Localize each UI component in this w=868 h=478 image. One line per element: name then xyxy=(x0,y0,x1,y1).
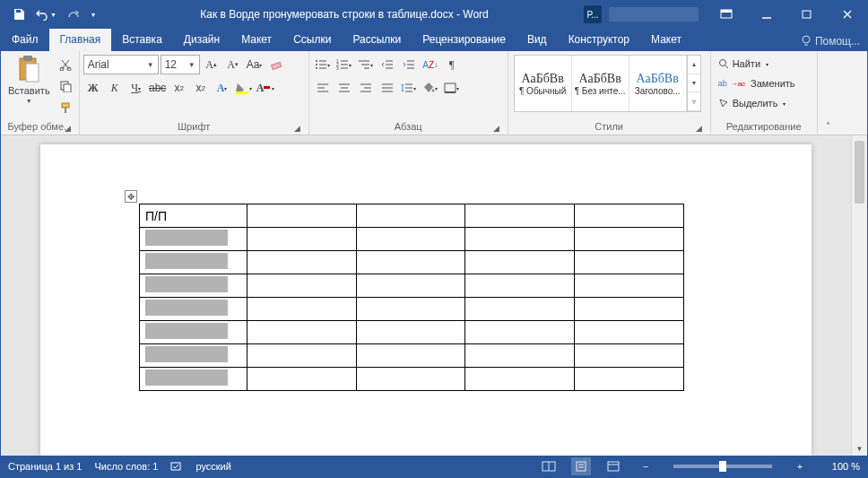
align-center-button[interactable] xyxy=(334,78,354,98)
multilevel-list-button[interactable]: ▾ xyxy=(356,55,376,74)
line-spacing-button[interactable]: ▾ xyxy=(399,78,419,98)
shading-button[interactable]: ▾ xyxy=(421,78,440,98)
zoom-slider-thumb[interactable] xyxy=(719,461,726,472)
select-button[interactable]: Выделить▾ xyxy=(715,94,790,112)
styles-dialog-launcher[interactable]: ◢ xyxy=(694,122,705,133)
replace-button[interactable]: ab→acЗаменить xyxy=(715,74,799,92)
view-print-layout[interactable] xyxy=(571,457,591,475)
copy-button[interactable] xyxy=(56,76,75,96)
tab-design[interactable]: Дизайн xyxy=(173,29,230,51)
style-no-spacing[interactable]: АаБбВв¶ Без инте... xyxy=(572,56,629,111)
table-cell[interactable] xyxy=(247,274,356,298)
table-cell[interactable] xyxy=(575,274,684,298)
table-cell[interactable] xyxy=(465,321,575,344)
table-cell[interactable] xyxy=(356,204,465,228)
style-normal[interactable]: АаБбВв¶ Обычный xyxy=(515,56,572,111)
table-cell[interactable] xyxy=(465,344,575,368)
status-language[interactable]: русский xyxy=(195,461,230,472)
table-cell[interactable] xyxy=(465,251,575,274)
styles-gallery-expand[interactable]: ▴▾▿ xyxy=(687,56,700,111)
table-cell[interactable] xyxy=(356,274,465,298)
tab-table-design[interactable]: Конструктор xyxy=(558,29,640,51)
close-button[interactable] xyxy=(827,1,867,28)
sort-button[interactable]: AZ↓ xyxy=(421,55,440,74)
clear-formatting-button[interactable] xyxy=(266,55,286,74)
table-cell[interactable] xyxy=(356,321,465,344)
view-read-mode[interactable] xyxy=(539,457,559,475)
tab-references[interactable]: Ссылки xyxy=(282,29,342,51)
style-heading1[interactable]: АаБбВвЗаголово... xyxy=(629,56,687,111)
ribbon-display-button[interactable] xyxy=(706,1,746,28)
table-cell[interactable] xyxy=(140,298,247,321)
tab-layout[interactable]: Макет xyxy=(230,29,282,51)
grow-font-button[interactable]: A▴ xyxy=(202,55,221,74)
styles-gallery[interactable]: АаБбВв¶ Обычный АаБбВв¶ Без инте... АаБб… xyxy=(514,55,701,112)
superscript-button[interactable]: x2 xyxy=(191,78,211,98)
scroll-thumb[interactable] xyxy=(855,141,864,204)
decrease-indent-button[interactable] xyxy=(378,55,397,74)
table-cell[interactable] xyxy=(140,368,247,391)
table-cell[interactable] xyxy=(465,298,575,321)
cut-button[interactable] xyxy=(56,55,75,74)
find-button[interactable]: Найти▾ xyxy=(715,55,772,73)
undo-button[interactable]: ▼ xyxy=(33,4,58,25)
change-case-button[interactable]: Aa▾ xyxy=(245,55,265,74)
save-button[interactable] xyxy=(6,4,31,25)
view-web-layout[interactable] xyxy=(603,457,623,475)
tab-mailings[interactable]: Рассылки xyxy=(342,29,412,51)
table-cell[interactable] xyxy=(575,204,684,228)
document-table[interactable]: П/П xyxy=(139,204,684,391)
table-cell[interactable] xyxy=(575,251,684,274)
bullets-button[interactable]: ▾ xyxy=(313,55,333,74)
font-name-combo[interactable]: Arial▼ xyxy=(83,55,159,74)
font-size-combo[interactable]: 12▼ xyxy=(161,55,200,74)
tell-me[interactable]: Помощ... xyxy=(794,35,867,51)
tab-home[interactable]: Главная xyxy=(49,29,112,51)
status-proofing[interactable] xyxy=(170,461,183,472)
minimize-button[interactable] xyxy=(746,1,786,28)
align-left-button[interactable] xyxy=(313,78,333,98)
page-viewport[interactable]: ✥ П/П xyxy=(1,135,851,456)
table-cell[interactable] xyxy=(140,251,247,274)
collapse-ribbon-button[interactable]: ˄ xyxy=(817,51,838,135)
justify-button[interactable] xyxy=(378,78,397,98)
table-cell[interactable] xyxy=(247,368,356,391)
redo-button[interactable] xyxy=(60,4,85,25)
table-move-handle[interactable]: ✥ xyxy=(125,190,137,203)
table-cell[interactable] xyxy=(465,204,575,228)
table-cell[interactable] xyxy=(575,298,684,321)
tab-table-layout[interactable]: Макет xyxy=(640,29,692,51)
table-cell[interactable] xyxy=(247,321,356,344)
table-cell[interactable] xyxy=(575,368,684,391)
scroll-down-button[interactable]: ▼ xyxy=(852,441,867,456)
bold-button[interactable]: Ж xyxy=(83,78,103,98)
table-cell[interactable] xyxy=(465,274,575,298)
zoom-level[interactable]: 100 % xyxy=(822,461,860,472)
table-cell[interactable] xyxy=(465,368,575,391)
table-cell[interactable] xyxy=(247,204,356,228)
paste-button[interactable]: Вставить ▼ xyxy=(4,53,54,106)
table-cell[interactable] xyxy=(356,228,465,251)
tab-file[interactable]: Файл xyxy=(1,29,49,51)
format-painter-button[interactable] xyxy=(56,98,75,117)
shrink-font-button[interactable]: A▾ xyxy=(223,55,243,74)
maximize-button[interactable] xyxy=(786,1,827,28)
qat-customize-button[interactable]: ▾ xyxy=(87,4,100,25)
increase-indent-button[interactable] xyxy=(399,55,419,74)
user-avatar[interactable]: Р... xyxy=(584,5,602,23)
table-cell[interactable] xyxy=(356,344,465,368)
table-cell[interactable] xyxy=(140,321,247,344)
underline-button[interactable]: Ч▾ xyxy=(126,78,146,98)
table-cell[interactable] xyxy=(356,368,465,391)
numbering-button[interactable]: 123▾ xyxy=(334,55,354,74)
tab-view[interactable]: Вид xyxy=(516,29,558,51)
tab-review[interactable]: Рецензирование xyxy=(412,29,516,51)
table-cell[interactable] xyxy=(465,228,575,251)
table-cell[interactable] xyxy=(356,298,465,321)
table-cell[interactable]: П/П xyxy=(140,204,247,228)
zoom-slider[interactable] xyxy=(673,465,772,468)
strikethrough-button[interactable]: abc xyxy=(148,78,168,98)
text-effects-button[interactable]: A▾ xyxy=(213,78,232,98)
table-cell[interactable] xyxy=(575,321,684,344)
table-cell[interactable] xyxy=(140,274,247,298)
